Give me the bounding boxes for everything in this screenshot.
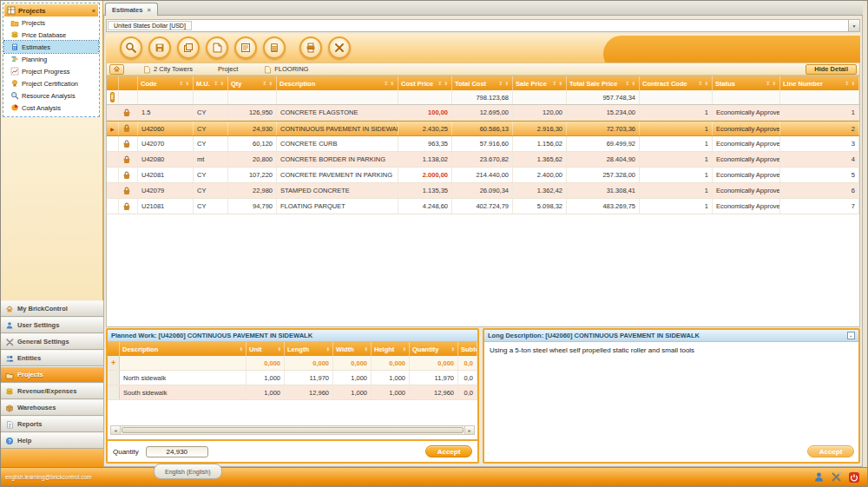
cell <box>640 90 713 104</box>
table-row[interactable]: U42081 CY 107,220 CONCRETE PAVEMENT IN P… <box>107 168 859 183</box>
cell-qty: 60,120 <box>228 136 277 151</box>
column-header-sale-price[interactable]: Sale Price <box>513 76 567 90</box>
language-selector[interactable]: English (English) <box>154 464 222 479</box>
column-header-cost-price[interactable]: Cost Price <box>398 76 452 90</box>
column-header-qty[interactable]: Qty <box>228 76 277 90</box>
save-button[interactable] <box>148 36 171 59</box>
cell-status: Economically Approved <box>713 122 780 135</box>
table-row[interactable]: U42079 CY 22,980 STAMPED CONCRETE 1.135,… <box>107 183 859 199</box>
column-label: Height <box>374 346 394 353</box>
breadcrumb-level[interactable]: Project <box>218 65 238 73</box>
column-header-line-number[interactable]: Line Number <box>780 76 859 90</box>
table-row[interactable]: U42070 CY 60,120 CONCRETE CURB 963,35 57… <box>107 136 859 152</box>
column-header-unit[interactable]: Unit <box>247 342 285 356</box>
accept-button[interactable]: Accept <box>807 445 854 457</box>
breadcrumb-chapter[interactable]: FLOORING <box>263 65 308 74</box>
pin-icon[interactable]: ▪ <box>847 332 855 339</box>
tree-item-label: Cost Analysis <box>22 104 61 112</box>
table-row[interactable]: U21081 CY 94,790 FLOATING PARQUET 4.248,… <box>107 199 859 214</box>
column-header-total-cost[interactable]: Total Cost <box>452 76 513 90</box>
menu-item-revenue-expenses[interactable]: Revenue/Expenses <box>1 383 103 399</box>
sidebar-item-price-database[interactable]: Price Database <box>4 29 98 41</box>
certificate-icon <box>10 79 19 88</box>
hide-detail-button[interactable]: Hide Detail <box>806 64 857 75</box>
currency-selector[interactable]: United States Dollar [USD] ▼ <box>106 19 860 32</box>
sidebar-item-resource-analysis[interactable]: Resource Analysis <box>4 89 98 102</box>
planned-work-title: Planned Work: [U42060] CONTINUOUS PAVEME… <box>111 332 312 339</box>
column-header-description[interactable]: Description <box>277 76 398 90</box>
scrollbar-thumb[interactable] <box>122 427 464 433</box>
breadcrumb-project[interactable]: 2 City Towers <box>142 65 193 74</box>
menu-item-help[interactable]: ? Help <box>1 432 103 449</box>
close-tab-icon[interactable]: × <box>147 6 150 14</box>
scroll-right-icon[interactable]: ► <box>464 426 474 434</box>
cell-mu: CY <box>194 122 228 135</box>
box-icon <box>5 404 14 412</box>
row-indicator <box>107 152 119 167</box>
column-header-code[interactable]: Code <box>138 76 194 90</box>
column-header-length[interactable]: Length <box>285 342 333 356</box>
column-header-height[interactable]: Height <box>372 342 410 356</box>
calculator-button[interactable] <box>263 36 286 59</box>
column-header-subtotal[interactable]: Subtotal <box>458 342 477 356</box>
planned-work-header: Planned Work: [U42060] CONTINUOUS PAVEME… <box>108 330 477 342</box>
accept-button[interactable]: Accept <box>425 445 472 457</box>
table-row-selected[interactable]: U42060 CY 24,930 CONTINUOUS PAVEMENT IN … <box>107 121 859 136</box>
menu-item-entities[interactable]: Entities <box>1 350 103 366</box>
column-header-contract-code[interactable]: Contract Code <box>640 76 713 90</box>
column-header-quantity[interactable]: Quantity <box>410 342 458 356</box>
column-header-total-sale-price[interactable]: Total Sale Price <box>567 76 640 90</box>
menu-item-user-settings[interactable]: User Settings <box>1 317 103 333</box>
menu-item-label: User Settings <box>17 321 59 329</box>
tree-item-label: Price Database <box>22 31 66 39</box>
cell-line-number: 7 <box>780 199 859 214</box>
user-status-button[interactable] <box>812 471 825 484</box>
sidebar-item-projects[interactable]: Projects <box>4 16 98 29</box>
scroll-left-icon[interactable]: ◄ <box>111 426 121 434</box>
table-row[interactable]: 1.5 CY 126,950 CONCRETE FLAGSTONE 100,00… <box>107 105 859 121</box>
planned-work-header-row: Description Unit Length Width Height Qua… <box>108 342 477 356</box>
report-button[interactable] <box>234 36 257 59</box>
menu-item-reports[interactable]: Reports <box>1 416 103 432</box>
basket-icon <box>119 136 138 151</box>
sidebar-item-planning[interactable]: Planning <box>4 53 98 65</box>
menu-item-general-settings[interactable]: General Settings <box>1 333 103 350</box>
sidebar-item-project-progress[interactable]: Project Progress <box>4 65 98 77</box>
menu-item-projects[interactable]: Projects <box>1 366 103 383</box>
tools-button[interactable] <box>328 36 351 59</box>
menu-item-label: My BrickControl <box>17 305 68 313</box>
long-description-text[interactable]: Using a 5-ton steel wheel self propelled… <box>484 342 858 360</box>
collapse-panel-icon[interactable]: « <box>92 8 95 14</box>
measurement-row[interactable]: South sidewalk 1,000 12,960 1,000 1,000 … <box>108 385 477 400</box>
table-row[interactable]: U42080 mt 20,800 CONCRETE BORDER IN PARK… <box>107 152 859 168</box>
sidebar-item-cost-analysis[interactable]: Cost Analysis <box>4 102 98 114</box>
column-label: Qty <box>231 80 242 88</box>
column-header-status[interactable]: Status <box>713 76 780 90</box>
print-button[interactable] <box>299 36 322 59</box>
quantity-input[interactable] <box>146 446 208 457</box>
horizontal-scrollbar[interactable]: ◄ ► <box>110 425 475 435</box>
column-header-width[interactable]: Width <box>333 342 372 356</box>
tab-estimates[interactable]: Estimates × <box>105 3 158 16</box>
search-button[interactable] <box>120 36 142 59</box>
tools-status-button[interactable] <box>830 471 843 484</box>
cell-total-sale-price: 69.499,92 <box>567 136 640 151</box>
sidebar-item-project-certification[interactable]: Project Certification <box>4 77 98 89</box>
new-measurement-row[interactable]: 0,000 0,000 0,000 0,000 0,000 0,0 <box>108 356 477 371</box>
sidebar-item-estimates[interactable]: Estimates <box>4 41 98 53</box>
column-header-mu[interactable]: M.U. <box>194 76 228 90</box>
home-button[interactable] <box>109 64 124 75</box>
menu-item-warehouses[interactable]: Warehouses <box>1 399 103 416</box>
power-button[interactable] <box>847 471 860 484</box>
menu-item-my-brickcontrol[interactable]: My BrickControl <box>1 300 103 317</box>
copy-button[interactable] <box>177 36 200 59</box>
cell-width: 0,000 <box>333 356 372 370</box>
add-row-icon[interactable] <box>108 356 120 370</box>
documents-button[interactable] <box>206 36 228 59</box>
cell-status: Economically Approved <box>713 105 780 120</box>
measurement-row[interactable]: North sidewalk 1,000 11,970 1,000 1,000 … <box>108 371 477 385</box>
chevron-down-icon[interactable]: ▼ <box>848 20 859 31</box>
column-header-description[interactable]: Description <box>120 342 247 356</box>
cell <box>119 90 138 104</box>
row-indicator <box>107 199 119 214</box>
